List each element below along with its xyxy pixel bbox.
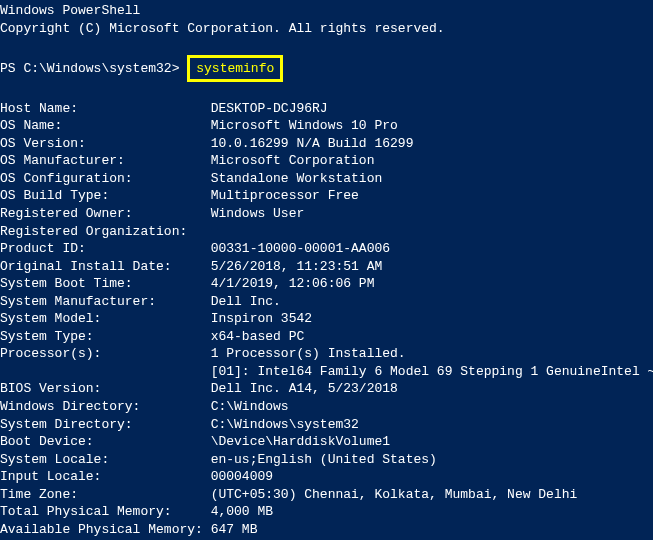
info-row: System Locale: en-us;English (United Sta… — [0, 451, 653, 469]
info-row: System Type: x64-based PC — [0, 328, 653, 346]
info-row: Total Physical Memory: 4,000 MB — [0, 503, 653, 521]
info-row: Boot Device: \Device\HarddiskVolume1 — [0, 433, 653, 451]
info-row: System Boot Time: 4/1/2019, 12:06:06 PM — [0, 275, 653, 293]
info-row: Processor(s): 1 Processor(s) Installed. — [0, 345, 653, 363]
info-row: System Manufacturer: Dell Inc. — [0, 293, 653, 311]
info-row: System Model: Inspiron 3542 — [0, 310, 653, 328]
copyright-line: Copyright (C) Microsoft Corporation. All… — [0, 20, 653, 38]
info-row: Host Name: DESKTOP-DCJ96RJ — [0, 100, 653, 118]
blank-line — [0, 82, 653, 100]
info-row: Available Physical Memory: 647 MB — [0, 521, 653, 539]
info-row: [01]: Intel64 Family 6 Model 69 Stepping… — [0, 363, 653, 381]
info-row: Registered Organization: — [0, 223, 653, 241]
info-row: OS Name: Microsoft Windows 10 Pro — [0, 117, 653, 135]
blank-line — [0, 37, 653, 55]
command-text: systeminfo — [196, 61, 274, 76]
prompt-line[interactable]: PS C:\Windows\system32> systeminfo — [0, 55, 653, 83]
info-row: OS Manufacturer: Microsoft Corporation — [0, 152, 653, 170]
powershell-title: Windows PowerShell — [0, 2, 653, 20]
info-row: Original Install Date: 5/26/2018, 11:23:… — [0, 258, 653, 276]
info-row: Product ID: 00331-10000-00001-AA006 — [0, 240, 653, 258]
prompt-path: PS C:\Windows\system32> — [0, 60, 187, 78]
info-row: OS Build Type: Multiprocessor Free — [0, 187, 653, 205]
info-row: BIOS Version: Dell Inc. A14, 5/23/2018 — [0, 380, 653, 398]
info-row: Windows Directory: C:\Windows — [0, 398, 653, 416]
info-row: OS Version: 10.0.16299 N/A Build 16299 — [0, 135, 653, 153]
info-row: Input Locale: 00004009 — [0, 468, 653, 486]
command-highlight: systeminfo — [187, 55, 283, 83]
info-row: Registered Owner: Windows User — [0, 205, 653, 223]
info-row: OS Configuration: Standalone Workstation — [0, 170, 653, 188]
info-row: Time Zone: (UTC+05:30) Chennai, Kolkata,… — [0, 486, 653, 504]
systeminfo-output: Host Name: DESKTOP-DCJ96RJOS Name: Micro… — [0, 100, 653, 540]
info-row: System Directory: C:\Windows\system32 — [0, 416, 653, 434]
